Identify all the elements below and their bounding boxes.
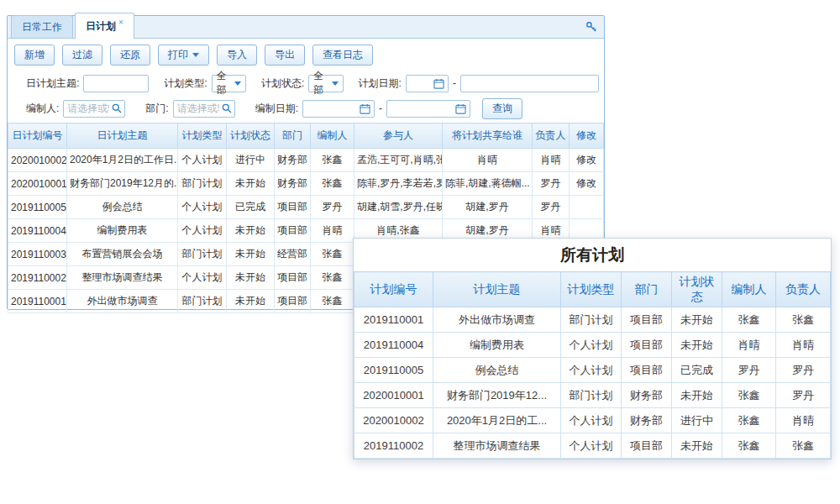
table-row[interactable]: 2019110005 例会总结 个人计划 已完成 项目部 罗丹 胡建,胡雪,罗丹… — [8, 196, 604, 219]
cell-subject[interactable]: 财务部门2019年12月的... — [67, 172, 178, 196]
table-row[interactable]: 2020010002 2020年1月2日的工作日... 个人计划 进行中 财务部… — [8, 149, 604, 172]
cell-modify-link[interactable]: 修改 — [570, 149, 604, 172]
col-participants[interactable]: 参与人 — [354, 123, 443, 149]
cell-creator: 罗丹 — [311, 196, 354, 219]
cell-modify-link — [570, 196, 604, 219]
cell-plan-id[interactable]: 2019110003 — [8, 243, 67, 266]
cell-subject[interactable]: 外出做市场调查 — [67, 290, 178, 313]
cell-dept: 项目部 — [275, 219, 311, 243]
cell-dept: 财务部 — [275, 172, 311, 196]
cell-plan-id: 2019110002 — [354, 433, 433, 459]
tab-daily-plan-label: 日计划 — [86, 20, 116, 32]
popup-row: 2019110004 编制费用表 个人计划 项目部 未开始 肖晴 肖晴 — [354, 333, 831, 358]
view-log-button[interactable]: 查看日志 — [312, 45, 373, 66]
query-button[interactable]: 查询 — [482, 98, 522, 119]
cell-status: 未开始 — [227, 243, 275, 266]
cell-type: 部门计划 — [561, 383, 622, 408]
cell-subject: 例会总结 — [433, 358, 561, 383]
status-label: 计划状态: — [261, 76, 304, 91]
cell-plan-id[interactable]: 2019110004 — [8, 219, 67, 243]
make-date-start-input[interactable] — [302, 100, 375, 118]
col-type: 计划类型 — [561, 272, 622, 307]
tab-daily-plan[interactable]: 日计划× — [75, 13, 134, 39]
restore-button-label: 还原 — [120, 48, 140, 62]
cell-plan-id: 2020010001 — [354, 383, 433, 408]
cell-plan-id: 2019110004 — [354, 333, 433, 358]
cell-creator: 张鑫 — [722, 433, 776, 459]
cell-owner: 肖晴 — [776, 333, 831, 358]
cell-plan-id[interactable]: 2020010002 — [8, 149, 67, 172]
filter-row-2: 编制人: 部门: 编制日期: - 查询 — [8, 96, 604, 121]
col-creator[interactable]: 编制人 — [311, 123, 354, 149]
table-row[interactable]: 2020010001 财务部门2019年12月的... 部门计划 未开始 财务部… — [8, 172, 604, 196]
calendar-icon — [360, 103, 370, 114]
col-type[interactable]: 计划类型 — [178, 123, 227, 149]
make-date-end-input[interactable] — [386, 100, 470, 118]
col-modify[interactable]: 修改 — [570, 123, 604, 149]
status-select[interactable]: 全部 — [308, 75, 343, 92]
col-owner[interactable]: 负责人 — [533, 123, 570, 149]
subject-input[interactable] — [83, 75, 149, 92]
cell-type: 部门计划 — [178, 290, 227, 313]
cell-subject: 编制费用表 — [433, 333, 561, 358]
add-button[interactable]: 新增 — [14, 45, 55, 66]
col-dept[interactable]: 部门 — [275, 123, 311, 149]
cell-plan-id[interactable]: 2020010001 — [8, 172, 67, 196]
cell-owner[interactable]: 肖晴 — [533, 149, 570, 172]
cell-subject[interactable]: 编制费用表 — [67, 219, 178, 243]
export-button[interactable]: 导出 — [265, 45, 305, 66]
all-plans-popup: 所有计划 计划编号 计划主题 计划类型 部门 计划状态 编制人 负责人 2019… — [353, 238, 832, 459]
cell-owner[interactable]: 罗丹 — [533, 172, 570, 196]
col-share[interactable]: 将计划共享给谁 — [443, 123, 533, 149]
settings-key-icon[interactable] — [585, 21, 597, 36]
cell-subject: 整理市场调查结果 — [433, 433, 561, 459]
cell-dept: 项目部 — [622, 433, 672, 459]
tab-daily-work[interactable]: 日常工作 — [11, 15, 73, 38]
chevron-down-icon — [234, 81, 241, 86]
cell-type: 个人计划 — [561, 358, 622, 383]
cell-creator: 肖晴 — [311, 219, 354, 243]
cell-modify-link[interactable]: 修改 — [570, 172, 604, 196]
cell-type: 个人计划 — [178, 219, 227, 243]
col-subject: 计划主题 — [433, 272, 561, 307]
cell-subject[interactable]: 例会总结 — [67, 196, 178, 219]
cell-plan-id[interactable]: 2019110002 — [8, 266, 67, 290]
popup-row: 2019110001 外出做市场调查 部门计划 项目部 未开始 张鑫 张鑫 — [354, 307, 831, 333]
filter-button[interactable]: 过滤 — [62, 45, 102, 66]
calendar-icon — [433, 78, 444, 89]
col-status[interactable]: 计划状态 — [227, 123, 275, 149]
plan-date-end-input[interactable] — [460, 75, 599, 92]
print-button[interactable]: 打印 — [158, 45, 209, 66]
restore-button[interactable]: 还原 — [110, 45, 150, 66]
cell-owner[interactable]: 罗丹 — [533, 196, 570, 219]
chevron-down-icon — [192, 53, 199, 57]
plan-date-start-input[interactable] — [406, 75, 449, 92]
date-range-separator: - — [453, 77, 456, 89]
cell-subject[interactable]: 2020年1月2日的工作日... — [67, 149, 178, 172]
cell-subject[interactable]: 布置营销展会会场 — [67, 243, 178, 266]
popup-row: 2020010001 财务部门2019年12... 部门计划 财务部 未开始 张… — [354, 383, 831, 408]
cell-subject: 2020年1月2日的工... — [433, 408, 561, 433]
col-plan-id: 计划编号 — [354, 272, 433, 307]
col-subject[interactable]: 日计划主题 — [67, 123, 178, 149]
cell-plan-id[interactable]: 2019110005 — [8, 196, 67, 219]
cell-dept: 财务部 — [622, 408, 672, 433]
type-select[interactable]: 全部 — [212, 75, 246, 92]
cell-creator: 张鑫 — [311, 149, 354, 172]
cell-dept: 经营部 — [275, 243, 311, 266]
dept-input[interactable] — [173, 100, 235, 118]
creator-input[interactable] — [63, 100, 125, 118]
cell-share: 胡建,罗丹 — [443, 196, 533, 219]
close-tab-icon[interactable]: × — [118, 18, 123, 27]
calendar-icon — [455, 103, 466, 114]
cell-creator: 张鑫 — [311, 243, 354, 266]
cell-status: 进行中 — [227, 149, 275, 172]
import-button[interactable]: 导入 — [217, 45, 257, 66]
filter-button-label: 过滤 — [72, 48, 92, 62]
cell-plan-id[interactable]: 2019110001 — [8, 290, 67, 313]
view-log-button-label: 查看日志 — [323, 48, 363, 62]
col-plan-id[interactable]: 日计划编号 — [8, 123, 67, 149]
cell-subject[interactable]: 整理市场调查结果 — [67, 266, 178, 290]
type-select-value: 全部 — [217, 69, 234, 97]
cell-dept: 财务部 — [622, 383, 672, 408]
